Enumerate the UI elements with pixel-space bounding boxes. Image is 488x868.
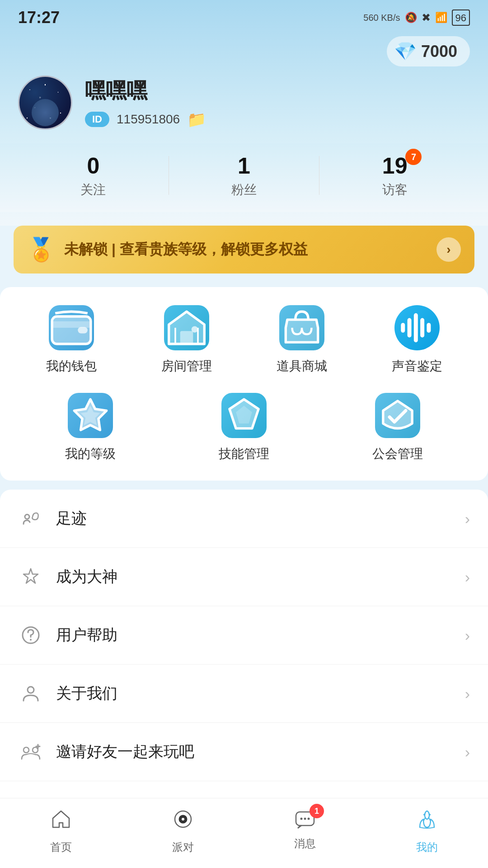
home-label: 首页 [50,840,72,854]
about-arrow: › [465,685,470,703]
help-icon [18,623,43,648]
bottom-nav: 首页 派对 1 消息 [0,798,488,868]
noble-banner[interactable]: 🏅 未解锁 | 查看贵族等级，解锁更多权益 › [14,226,474,274]
guild-label: 公会管理 [372,445,423,462]
wallet-label: 我的钱包 [46,358,97,375]
user-id-row: ID 115951806 📁 [85,110,470,128]
action-skill[interactable]: 技能管理 [167,393,321,462]
svg-point-16 [23,747,29,753]
stat-following[interactable]: 0 关注 [18,152,169,198]
level-label: 我的等级 [65,445,116,462]
following-value: 0 [87,152,99,179]
svg-point-24 [182,818,184,821]
profile-section: 嘿嘿嘿 ID 115951806 📁 [0,75,488,143]
guild-icon [375,393,420,438]
nav-message[interactable]: 1 消息 [244,807,366,854]
help-arrow: › [465,627,470,644]
invite-text: 邀请好友一起来玩吧 [56,741,452,762]
party-icon [171,807,195,836]
svg-point-12 [25,514,29,519]
menu-item-footprint[interactable]: 足迹 › [0,490,488,548]
speed-indicator: 560 KB/s [363,13,400,23]
mute-icon: 🔕 [405,12,417,24]
guild-icon-wrap [375,393,420,438]
visitors-value: 19 7 [382,152,408,179]
noble-icon: 🏅 [27,236,55,263]
status-icons: 560 KB/s 🔕 ✖ 📶 96 [363,9,470,26]
shop-label: 道具商城 [277,358,327,375]
profile-info: 嘿嘿嘿 ID 115951806 📁 [85,77,470,128]
action-wallet[interactable]: 我的钱包 [14,305,129,375]
folder-icon[interactable]: 📁 [187,110,206,128]
id-badge: ID [85,112,109,127]
menu-item-master[interactable]: 成为大神 › [0,548,488,606]
quick-actions-card: 我的钱包 房间管理 道具商城 [0,287,488,481]
avatar[interactable] [18,75,72,130]
diamond-icon: 💎 [394,41,417,62]
svg-rect-8 [420,318,424,338]
invite-arrow: › [465,743,470,761]
visitors-label: 访客 [319,181,470,198]
svg-point-27 [304,818,306,820]
action-sound[interactable]: 声音鉴定 [359,305,474,375]
level-icon-wrap [68,393,113,438]
skill-label: 技能管理 [219,445,269,462]
party-label: 派对 [172,840,194,854]
home-icon [49,807,73,836]
nav-mine[interactable]: 我的 [366,807,488,854]
nav-party[interactable]: 派对 [122,807,244,854]
sim-icon: ✖ [422,11,431,24]
footprint-arrow: › [465,510,470,528]
action-guild[interactable]: 公会管理 [321,393,474,462]
message-badge: 1 [310,804,324,818]
about-text: 关于我们 [56,683,452,704]
svg-point-29 [423,814,425,816]
followers-label: 粉丝 [169,181,319,198]
action-room[interactable]: 房间管理 [129,305,244,375]
invite-icon [18,739,43,764]
svg-point-28 [308,818,310,820]
nav-home[interactable]: 首页 [0,807,122,854]
stats-row: 0 关注 1 粉丝 19 7 访客 [0,143,488,212]
status-bar: 17:27 560 KB/s 🔕 ✖ 📶 96 [0,0,488,32]
menu-item-about[interactable]: 关于我们 › [0,665,488,723]
room-label: 房间管理 [161,358,212,375]
footprint-icon [18,506,43,531]
skill-icon-wrap [221,393,267,438]
avatar-figure [32,99,59,126]
sound-icon [394,305,440,350]
svg-point-15 [28,687,34,693]
username: 嘿嘿嘿 [85,77,470,105]
skill-icon [221,393,267,438]
shop-icon-wrap [279,305,324,350]
level-icon [68,393,113,438]
master-icon [18,564,43,590]
wifi-icon: 📶 [435,12,447,24]
diamond-badge[interactable]: 💎 7000 [387,36,470,66]
svg-rect-2 [78,327,87,333]
svg-rect-7 [413,313,418,342]
master-arrow: › [465,568,470,586]
room-icon [164,305,209,350]
footprint-text: 足迹 [56,508,452,529]
svg-rect-5 [401,323,405,332]
svg-rect-6 [407,318,411,338]
stat-followers[interactable]: 1 粉丝 [169,152,319,198]
menu-item-invite[interactable]: 邀请好友一起来玩吧 › [0,723,488,781]
quick-actions-row1: 我的钱包 房间管理 道具商城 [14,305,474,375]
action-shop[interactable]: 道具商城 [244,305,359,375]
shop-icon [279,305,324,350]
room-icon-wrap [164,305,209,350]
noble-arrow: › [436,237,461,262]
menu-item-help[interactable]: 用户帮助 › [0,606,488,665]
mine-label: 我的 [416,840,438,854]
svg-point-14 [30,639,32,641]
action-level[interactable]: 我的等级 [14,393,167,462]
stat-visitors[interactable]: 19 7 访客 [319,152,470,198]
svg-point-30 [429,814,431,816]
about-icon [18,681,43,706]
mine-icon [415,807,439,836]
following-label: 关注 [18,181,169,198]
status-time: 17:27 [18,8,60,27]
diamond-badge-container: 💎 7000 [0,32,488,75]
